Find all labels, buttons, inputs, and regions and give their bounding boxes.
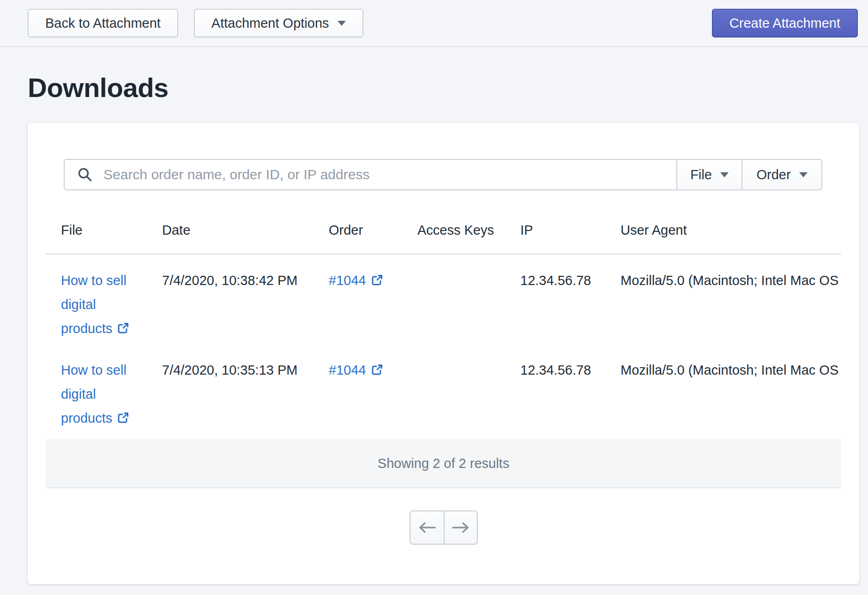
column-header-user-agent: User Agent [605, 190, 841, 254]
filter-row: File Order [28, 123, 859, 190]
arrow-right-icon [451, 521, 470, 534]
table-header-row: File Date Order Access Keys IP User Agen… [46, 190, 841, 255]
pagination [28, 510, 859, 545]
attachment-options-button[interactable]: Attachment Options [194, 9, 363, 37]
external-link-icon [117, 322, 129, 334]
table-row: How to sell digital products 7/4/2020, 1… [46, 344, 841, 434]
user-agent-cell: Mozilla/5.0 (Macintosh; Intel Mac OS [605, 255, 841, 344]
order-cell: #1044 [313, 344, 402, 434]
external-link-icon [371, 274, 383, 286]
access-keys-cell [402, 255, 505, 344]
table-row: How to sell digital products 7/4/2020, 1… [46, 255, 841, 344]
pagination-button-group [410, 510, 478, 545]
column-header-ip: IP [505, 190, 605, 254]
search-field-wrapper [64, 159, 677, 190]
chevron-down-icon [720, 172, 729, 177]
order-filter-label: Order [756, 167, 790, 182]
create-attachment-label: Create Attachment [729, 16, 840, 31]
column-header-order: Order [313, 190, 402, 254]
downloads-table: File Date Order Access Keys IP User Agen… [46, 190, 841, 434]
external-link-icon [117, 412, 129, 424]
chevron-down-icon [338, 21, 346, 26]
previous-page-button[interactable] [410, 511, 444, 544]
file-filter-dropdown[interactable]: File [677, 159, 742, 190]
column-header-access-keys: Access Keys [402, 190, 505, 254]
date-cell: 7/4/2020, 10:35:13 PM [147, 344, 313, 434]
order-filter-dropdown[interactable]: Order [742, 159, 822, 190]
file-link[interactable]: How to sell digital products [61, 363, 129, 425]
arrow-left-icon [417, 521, 437, 534]
column-header-file: File [46, 190, 147, 254]
chevron-down-icon [799, 172, 808, 177]
file-cell: How to sell digital products [46, 344, 147, 434]
external-link-icon [371, 364, 383, 376]
results-summary-band: Showing 2 of 2 results [46, 439, 841, 488]
ip-cell: 12.34.56.78 [505, 344, 605, 434]
order-link-label: #1044 [329, 273, 366, 288]
user-agent-cell: Mozilla/5.0 (Macintosh; Intel Mac OS [605, 344, 841, 434]
file-cell: How to sell digital products [46, 255, 147, 344]
attachment-options-label: Attachment Options [211, 16, 329, 31]
order-link[interactable]: #1044 [329, 273, 383, 288]
top-action-bar: Back to Attachment Attachment Options Cr… [0, 0, 868, 47]
back-to-attachment-label: Back to Attachment [45, 16, 161, 31]
page-title: Downloads [28, 71, 868, 104]
order-link-label: #1044 [329, 363, 366, 377]
order-cell: #1044 [313, 255, 402, 344]
access-keys-cell [402, 344, 505, 434]
order-link[interactable]: #1044 [329, 363, 383, 377]
downloads-card: File Order File Date Order Access Keys I… [28, 123, 859, 584]
date-cell: 7/4/2020, 10:38:42 PM [147, 255, 313, 344]
next-page-button[interactable] [444, 511, 477, 544]
file-filter-label: File [690, 167, 712, 182]
results-summary-text: Showing 2 of 2 results [378, 456, 509, 471]
search-input[interactable] [64, 159, 677, 190]
column-header-date: Date [147, 190, 313, 254]
ip-cell: 12.34.56.78 [505, 255, 605, 344]
file-link[interactable]: How to sell digital products [61, 273, 129, 336]
create-attachment-button[interactable]: Create Attachment [712, 9, 858, 37]
back-to-attachment-button[interactable]: Back to Attachment [28, 9, 178, 37]
